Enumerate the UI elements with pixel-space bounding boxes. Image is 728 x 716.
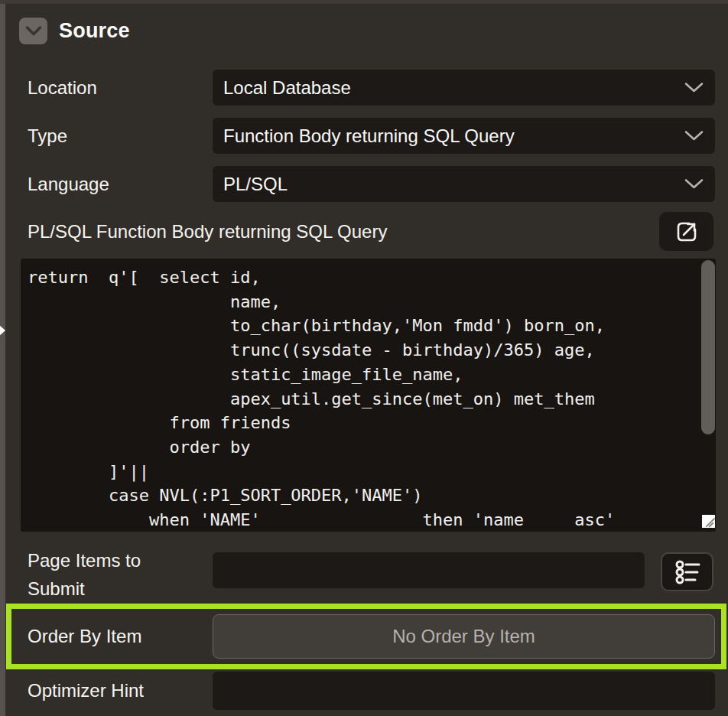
chevron-down-icon [684,178,704,190]
code-editor-expand-button[interactable] [659,212,713,251]
splitter-arrow-right-icon [0,322,6,339]
section-title: Source [59,19,130,43]
optimizer-hint-input[interactable] [213,672,715,710]
source-collapse-button[interactable] [19,18,47,44]
panel-splitter[interactable] [0,4,5,716]
language-label: Language [28,174,109,195]
type-label: Type [28,125,67,147]
function-body-label: PL/SQL Function Body returning SQL Query [28,221,387,242]
location-label: Location [28,77,97,99]
page-items-picker-button[interactable] [661,552,713,591]
order-by-item-label: Order By Item [28,609,141,664]
code-editor-content[interactable]: return q'[ select id, name, to_char(birt… [21,259,716,532]
chevron-down-icon [684,82,704,93]
optimizer-hint-label: Optimizer Hint [28,680,144,701]
code-editor[interactable]: return q'[ select id, name, to_char(birt… [21,259,716,532]
chevron-down-icon [684,130,704,142]
type-select[interactable]: Function Body returning SQL Query [213,118,715,154]
language-select[interactable]: PL/SQL [213,166,715,202]
code-editor-resize-grip[interactable] [702,515,715,528]
location-select[interactable]: Local Database [213,70,715,106]
source-section-header: Source [19,17,130,44]
panel-top-border [0,0,728,4]
order-by-item-field[interactable]: No Order By Item [213,614,715,659]
location-value: Local Database [213,77,684,99]
page-items-input[interactable] [213,552,645,588]
type-value: Function Body returning SQL Query [213,125,684,147]
page-items-label: Page Items to Submit [28,546,196,603]
open-in-dialog-icon [673,218,700,246]
order-by-item-highlight: Order By Item No Order By Item [6,604,726,669]
order-by-item-value: No Order By Item [392,626,535,647]
code-editor-scrollbar[interactable] [701,260,715,434]
list-icon [673,558,702,586]
property-editor-panel: Source Location Local Database Type Func… [0,0,728,716]
language-value: PL/SQL [213,174,684,195]
chevron-down-icon [25,26,42,36]
